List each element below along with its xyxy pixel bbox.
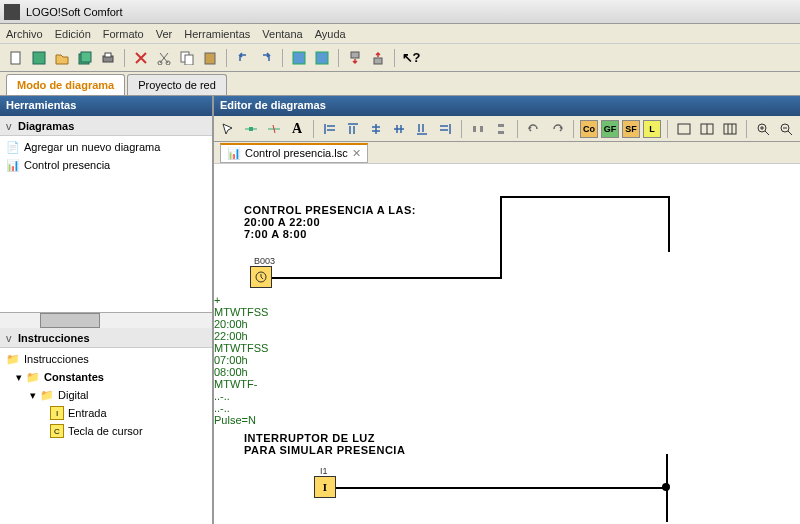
save-all-icon[interactable] xyxy=(75,48,95,68)
menu-herramientas[interactable]: Herramientas xyxy=(184,28,250,40)
separator xyxy=(667,120,668,138)
transfer-up-icon[interactable] xyxy=(368,48,388,68)
timer-block[interactable] xyxy=(250,266,272,288)
connect-icon[interactable] xyxy=(241,119,261,139)
align-h-icon[interactable] xyxy=(389,119,409,139)
wire xyxy=(666,454,668,522)
input-block-icon: I xyxy=(50,406,64,420)
menu-formato[interactable]: Formato xyxy=(103,28,144,40)
layout-3-icon[interactable] xyxy=(720,119,740,139)
input-block[interactable]: I xyxy=(314,476,336,498)
distribute-h-icon[interactable] xyxy=(468,119,488,139)
separator xyxy=(338,49,339,67)
tree-tecla[interactable]: C Tecla de cursor xyxy=(2,422,210,440)
svg-rect-19 xyxy=(498,131,504,134)
help-icon[interactable]: ↖? xyxy=(401,48,421,68)
pointer-icon[interactable] xyxy=(218,119,238,139)
redo-icon[interactable] xyxy=(547,119,567,139)
chevron-down-icon[interactable]: v xyxy=(6,332,18,344)
align-top-icon[interactable] xyxy=(343,119,363,139)
svg-rect-9 xyxy=(185,55,193,65)
zoom-out-icon[interactable] xyxy=(776,119,796,139)
tab-network-project[interactable]: Proyecto de red xyxy=(127,74,227,95)
add-new-diagram[interactable]: 📄 Agregar un nuevo diagrama xyxy=(2,138,210,156)
separator xyxy=(124,49,125,67)
sf-button[interactable]: SF xyxy=(622,120,640,138)
collapse-icon[interactable]: ▾ xyxy=(30,389,36,402)
svg-rect-11 xyxy=(293,52,305,64)
tree-constants[interactable]: ▾ 📁 Constantes xyxy=(2,368,210,386)
align-right-icon[interactable] xyxy=(435,119,455,139)
copy-icon[interactable] xyxy=(177,48,197,68)
text-icon[interactable]: A xyxy=(287,119,307,139)
paste-icon[interactable] xyxy=(200,48,220,68)
window-1-icon[interactable] xyxy=(289,48,309,68)
redo-icon[interactable] xyxy=(256,48,276,68)
block-label-b003: B003 xyxy=(254,256,275,266)
menu-ventana[interactable]: Ventana xyxy=(262,28,302,40)
align-left-icon[interactable] xyxy=(320,119,340,139)
menu-edicion[interactable]: Edición xyxy=(55,28,91,40)
editor-header: Editor de diagramas xyxy=(214,96,800,116)
instructions-subheader[interactable]: v Instrucciones xyxy=(0,328,212,348)
app-logo-icon xyxy=(4,4,20,20)
l-button[interactable]: L xyxy=(643,120,661,138)
cut-icon[interactable] xyxy=(154,48,174,68)
tree-root[interactable]: 📁 Instrucciones xyxy=(2,350,210,368)
separator xyxy=(573,120,574,138)
svg-rect-3 xyxy=(81,52,91,62)
collapse-icon[interactable]: ▾ xyxy=(16,371,22,384)
print-icon[interactable] xyxy=(98,48,118,68)
window-2-icon[interactable] xyxy=(312,48,332,68)
layout-1-icon[interactable] xyxy=(674,119,694,139)
menu-ver[interactable]: Ver xyxy=(156,28,173,40)
folder-icon: 📁 xyxy=(40,388,54,402)
timer-params: + MTWTFSS 20:00h 22:00h MTWTFSS 07:00h 0… xyxy=(214,294,268,426)
menu-bar: Archivo Edición Formato Ver Herramientas… xyxy=(0,24,800,44)
menu-ayuda[interactable]: Ayuda xyxy=(315,28,346,40)
diagram-item[interactable]: 📊 Control presencia xyxy=(2,156,210,174)
cursor-key-icon: C xyxy=(50,424,64,438)
diagram-item-label: Control presencia xyxy=(24,159,110,171)
layout-2-icon[interactable] xyxy=(697,119,717,139)
save-icon[interactable] xyxy=(29,48,49,68)
zoom-in-icon[interactable] xyxy=(753,119,773,139)
separator xyxy=(226,49,227,67)
open-icon[interactable] xyxy=(52,48,72,68)
tree-digital-label: Digital xyxy=(58,389,89,401)
diagram-canvas[interactable]: CONTROL PRESENCIA A LAS: 20:00 A 22:00 7… xyxy=(214,164,800,524)
svg-rect-0 xyxy=(11,52,20,64)
file-tab[interactable]: 📊 Control presencia.lsc ✕ xyxy=(220,143,368,163)
tree-digital[interactable]: ▾ 📁 Digital xyxy=(2,386,210,404)
separator xyxy=(517,120,518,138)
diagram-text-2: INTERRUPTOR DE LUZ PARA SIMULAR PRESENCI… xyxy=(244,432,405,456)
chevron-down-icon[interactable]: v xyxy=(6,120,18,132)
tree-tecla-label: Tecla de cursor xyxy=(68,425,143,437)
mode-tabs: Modo de diagrama Proyecto de red xyxy=(0,72,800,96)
wire xyxy=(500,196,670,198)
separator xyxy=(746,120,747,138)
instructions-tree: 📁 Instrucciones ▾ 📁 Constantes ▾ 📁 Digit… xyxy=(0,348,212,524)
undo-icon[interactable] xyxy=(524,119,544,139)
svg-rect-18 xyxy=(498,124,504,127)
svg-rect-1 xyxy=(33,52,45,64)
align-v-icon[interactable] xyxy=(366,119,386,139)
delete-icon[interactable] xyxy=(131,48,151,68)
transfer-down-icon[interactable] xyxy=(345,48,365,68)
separator xyxy=(282,49,283,67)
diagrams-subheader[interactable]: v Diagramas xyxy=(0,116,212,136)
gf-button[interactable]: GF xyxy=(601,120,619,138)
editor-toolbar: A Co GF SF L xyxy=(214,116,800,142)
cut-connection-icon[interactable] xyxy=(264,119,284,139)
close-tab-icon[interactable]: ✕ xyxy=(352,147,361,160)
new-file-icon[interactable] xyxy=(6,48,26,68)
tree-entrada[interactable]: I Entrada xyxy=(2,404,210,422)
align-bottom-icon[interactable] xyxy=(412,119,432,139)
co-button[interactable]: Co xyxy=(580,120,598,138)
tab-diagram-mode[interactable]: Modo de diagrama xyxy=(6,74,125,95)
undo-icon[interactable] xyxy=(233,48,253,68)
folder-icon: 📁 xyxy=(26,370,40,384)
distribute-v-icon[interactable] xyxy=(491,119,511,139)
menu-archivo[interactable]: Archivo xyxy=(6,28,43,40)
horizontal-scrollbar[interactable] xyxy=(0,312,212,328)
